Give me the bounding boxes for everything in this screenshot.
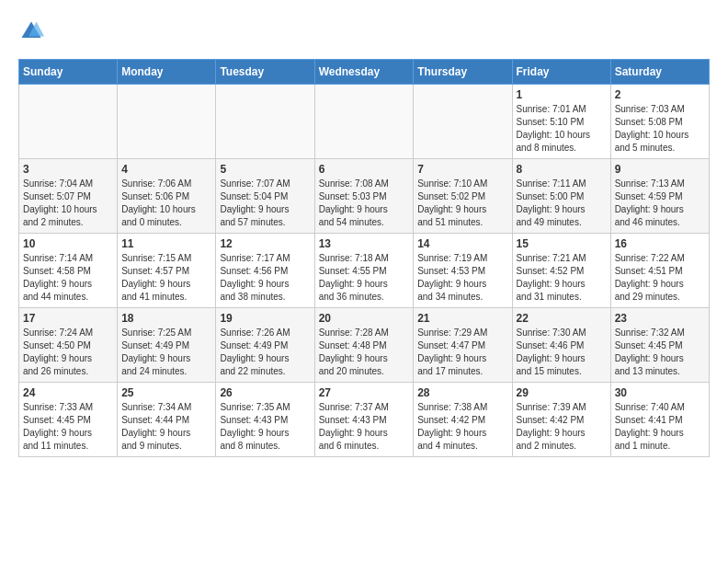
calendar-day-cell: 1Sunrise: 7:01 AM Sunset: 5:10 PM Daylig… <box>512 85 610 159</box>
calendar-week-row: 3Sunrise: 7:04 AM Sunset: 5:07 PM Daylig… <box>19 159 710 234</box>
calendar-day-cell: 6Sunrise: 7:08 AM Sunset: 5:03 PM Daylig… <box>314 159 414 234</box>
calendar-day-cell: 24Sunrise: 7:33 AM Sunset: 4:45 PM Dayli… <box>19 383 118 457</box>
day-info: Sunrise: 7:04 AM Sunset: 5:07 PM Dayligh… <box>23 178 113 229</box>
day-info: Sunrise: 7:19 AM Sunset: 4:53 PM Dayligh… <box>417 252 507 304</box>
calendar-week-row: 24Sunrise: 7:33 AM Sunset: 4:45 PM Dayli… <box>19 383 710 457</box>
day-info: Sunrise: 7:13 AM Sunset: 4:59 PM Dayligh… <box>615 178 705 229</box>
calendar-day-cell: 17Sunrise: 7:24 AM Sunset: 4:50 PM Dayli… <box>19 308 118 383</box>
day-number: 6 <box>319 163 410 176</box>
day-number: 24 <box>23 386 113 399</box>
calendar-day-cell <box>118 85 216 159</box>
calendar-day-cell: 23Sunrise: 7:32 AM Sunset: 4:45 PM Dayli… <box>610 308 709 383</box>
calendar-day-cell: 8Sunrise: 7:11 AM Sunset: 5:00 PM Daylig… <box>512 159 610 234</box>
calendar-body: 1Sunrise: 7:01 AM Sunset: 5:10 PM Daylig… <box>19 85 710 457</box>
day-info: Sunrise: 7:38 AM Sunset: 4:42 PM Dayligh… <box>417 401 507 453</box>
day-info: Sunrise: 7:07 AM Sunset: 5:04 PM Dayligh… <box>220 178 310 229</box>
day-info: Sunrise: 7:03 AM Sunset: 5:08 PM Dayligh… <box>615 103 705 155</box>
day-number: 16 <box>615 237 705 250</box>
day-number: 19 <box>220 312 310 325</box>
calendar-header-cell: Thursday <box>414 60 512 85</box>
day-number: 28 <box>417 386 507 399</box>
day-info: Sunrise: 7:32 AM Sunset: 4:45 PM Dayligh… <box>615 327 705 378</box>
day-number: 7 <box>417 163 507 176</box>
calendar-week-row: 10Sunrise: 7:14 AM Sunset: 4:58 PM Dayli… <box>19 234 710 308</box>
calendar-day-cell: 7Sunrise: 7:10 AM Sunset: 5:02 PM Daylig… <box>414 159 512 234</box>
calendar-day-cell <box>414 85 512 159</box>
calendar-day-cell: 11Sunrise: 7:15 AM Sunset: 4:57 PM Dayli… <box>118 234 216 308</box>
calendar-day-cell: 10Sunrise: 7:14 AM Sunset: 4:58 PM Dayli… <box>19 234 118 308</box>
day-number: 20 <box>319 312 410 325</box>
calendar-day-cell: 5Sunrise: 7:07 AM Sunset: 5:04 PM Daylig… <box>216 159 314 234</box>
calendar-header: SundayMondayTuesdayWednesdayThursdayFrid… <box>19 60 710 85</box>
day-number: 17 <box>23 312 113 325</box>
day-info: Sunrise: 7:24 AM Sunset: 4:50 PM Dayligh… <box>23 327 113 378</box>
calendar-header-cell: Sunday <box>19 60 118 85</box>
calendar-day-cell: 2Sunrise: 7:03 AM Sunset: 5:08 PM Daylig… <box>610 85 709 159</box>
day-info: Sunrise: 7:11 AM Sunset: 5:00 PM Dayligh… <box>517 178 607 229</box>
day-info: Sunrise: 7:08 AM Sunset: 5:03 PM Dayligh… <box>319 178 410 229</box>
calendar-day-cell: 25Sunrise: 7:34 AM Sunset: 4:44 PM Dayli… <box>118 383 216 457</box>
day-info: Sunrise: 7:39 AM Sunset: 4:42 PM Dayligh… <box>517 401 607 453</box>
calendar-day-cell: 14Sunrise: 7:19 AM Sunset: 4:53 PM Dayli… <box>414 234 512 308</box>
day-info: Sunrise: 7:29 AM Sunset: 4:47 PM Dayligh… <box>417 327 507 378</box>
day-number: 13 <box>319 237 410 250</box>
day-number: 1 <box>517 88 607 101</box>
day-number: 10 <box>23 237 113 250</box>
day-number: 22 <box>517 312 607 325</box>
day-number: 5 <box>220 163 310 176</box>
day-info: Sunrise: 7:15 AM Sunset: 4:57 PM Dayligh… <box>121 252 211 304</box>
calendar-week-row: 17Sunrise: 7:24 AM Sunset: 4:50 PM Dayli… <box>19 308 710 383</box>
day-info: Sunrise: 7:35 AM Sunset: 4:43 PM Dayligh… <box>220 401 310 453</box>
day-info: Sunrise: 7:30 AM Sunset: 4:46 PM Dayligh… <box>517 327 607 378</box>
day-info: Sunrise: 7:33 AM Sunset: 4:45 PM Dayligh… <box>23 401 113 453</box>
day-info: Sunrise: 7:25 AM Sunset: 4:49 PM Dayligh… <box>121 327 211 378</box>
calendar-header-cell: Tuesday <box>216 60 314 85</box>
day-info: Sunrise: 7:17 AM Sunset: 4:56 PM Dayligh… <box>220 252 310 304</box>
day-number: 11 <box>121 237 211 250</box>
page-header <box>18 18 710 44</box>
day-number: 3 <box>23 163 113 176</box>
calendar-day-cell: 29Sunrise: 7:39 AM Sunset: 4:42 PM Dayli… <box>512 383 610 457</box>
calendar-day-cell: 28Sunrise: 7:38 AM Sunset: 4:42 PM Dayli… <box>414 383 512 457</box>
day-number: 14 <box>417 237 507 250</box>
calendar-day-cell: 18Sunrise: 7:25 AM Sunset: 4:49 PM Dayli… <box>118 308 216 383</box>
day-number: 18 <box>121 312 211 325</box>
calendar-day-cell <box>314 85 414 159</box>
calendar-header-row: SundayMondayTuesdayWednesdayThursdayFrid… <box>19 60 710 85</box>
calendar-day-cell: 26Sunrise: 7:35 AM Sunset: 4:43 PM Dayli… <box>216 383 314 457</box>
calendar-day-cell: 4Sunrise: 7:06 AM Sunset: 5:06 PM Daylig… <box>118 159 216 234</box>
day-number: 2 <box>615 88 705 101</box>
calendar-day-cell: 13Sunrise: 7:18 AM Sunset: 4:55 PM Dayli… <box>314 234 414 308</box>
day-number: 9 <box>615 163 705 176</box>
day-number: 29 <box>517 386 607 399</box>
day-info: Sunrise: 7:37 AM Sunset: 4:43 PM Dayligh… <box>319 401 410 453</box>
calendar-day-cell <box>216 85 314 159</box>
calendar-day-cell: 16Sunrise: 7:22 AM Sunset: 4:51 PM Dayli… <box>610 234 709 308</box>
day-info: Sunrise: 7:21 AM Sunset: 4:52 PM Dayligh… <box>517 252 607 304</box>
day-info: Sunrise: 7:14 AM Sunset: 4:58 PM Dayligh… <box>23 252 113 304</box>
day-number: 26 <box>220 386 310 399</box>
day-info: Sunrise: 7:34 AM Sunset: 4:44 PM Dayligh… <box>121 401 211 453</box>
calendar-day-cell: 9Sunrise: 7:13 AM Sunset: 4:59 PM Daylig… <box>610 159 709 234</box>
day-number: 4 <box>121 163 211 176</box>
day-number: 27 <box>319 386 410 399</box>
calendar-day-cell: 20Sunrise: 7:28 AM Sunset: 4:48 PM Dayli… <box>314 308 414 383</box>
calendar-day-cell: 15Sunrise: 7:21 AM Sunset: 4:52 PM Dayli… <box>512 234 610 308</box>
day-info: Sunrise: 7:18 AM Sunset: 4:55 PM Dayligh… <box>319 252 410 304</box>
calendar-header-cell: Saturday <box>610 60 709 85</box>
calendar-day-cell: 12Sunrise: 7:17 AM Sunset: 4:56 PM Dayli… <box>216 234 314 308</box>
day-info: Sunrise: 7:06 AM Sunset: 5:06 PM Dayligh… <box>121 178 211 229</box>
day-number: 25 <box>121 386 211 399</box>
day-info: Sunrise: 7:26 AM Sunset: 4:49 PM Dayligh… <box>220 327 310 378</box>
day-number: 30 <box>615 386 705 399</box>
calendar-day-cell: 21Sunrise: 7:29 AM Sunset: 4:47 PM Dayli… <box>414 308 512 383</box>
calendar-table: SundayMondayTuesdayWednesdayThursdayFrid… <box>18 59 710 457</box>
logo <box>18 18 48 44</box>
day-info: Sunrise: 7:10 AM Sunset: 5:02 PM Dayligh… <box>417 178 507 229</box>
calendar-header-cell: Monday <box>118 60 216 85</box>
calendar-day-cell: 3Sunrise: 7:04 AM Sunset: 5:07 PM Daylig… <box>19 159 118 234</box>
day-info: Sunrise: 7:22 AM Sunset: 4:51 PM Dayligh… <box>615 252 705 304</box>
day-info: Sunrise: 7:28 AM Sunset: 4:48 PM Dayligh… <box>319 327 410 378</box>
day-number: 12 <box>220 237 310 250</box>
day-info: Sunrise: 7:40 AM Sunset: 4:41 PM Dayligh… <box>615 401 705 453</box>
